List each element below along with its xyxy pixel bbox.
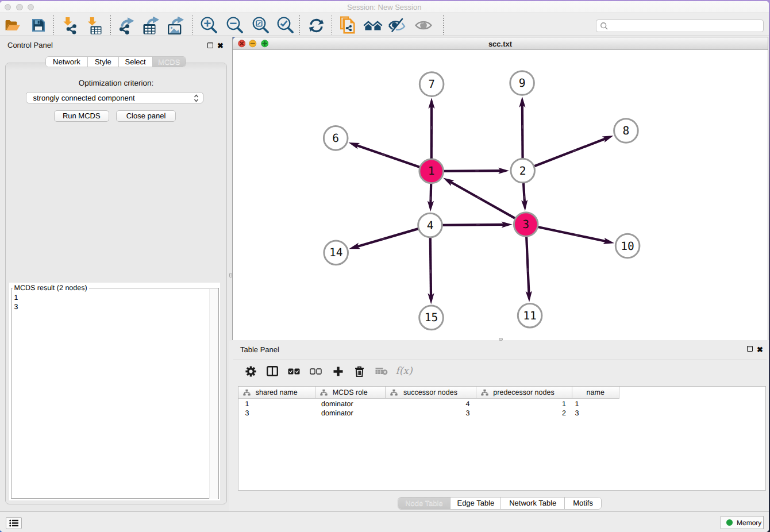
status-bar: Memory xyxy=(0,511,769,532)
node-label-10: 10 xyxy=(621,240,634,253)
column-header-shared-name[interactable]: shared name xyxy=(238,387,316,398)
zoom-fit-icon[interactable] xyxy=(250,14,269,37)
toolbar-separator xyxy=(443,15,444,34)
zoom-out-icon[interactable] xyxy=(224,14,243,37)
export-table-icon[interactable] xyxy=(141,14,160,37)
horizontal-splitter-handle[interactable] xyxy=(499,338,503,341)
function-builder-icon[interactable]: f(x) xyxy=(394,362,414,380)
import-network-icon[interactable] xyxy=(62,14,78,37)
memory-status-icon xyxy=(726,519,733,526)
memory-button[interactable]: Memory xyxy=(721,516,764,529)
run-mcds-button[interactable]: Run MCDS xyxy=(54,110,110,122)
search-box[interactable] xyxy=(596,20,764,32)
split-columns-icon[interactable] xyxy=(265,362,279,380)
optimization-criterion-select[interactable]: strongly connected component xyxy=(26,92,203,103)
export-image-icon[interactable] xyxy=(166,14,184,37)
table-cell: 3 xyxy=(238,408,316,418)
table-cell: 4 xyxy=(386,399,476,409)
close-table-panel-icon[interactable]: ✖ xyxy=(757,346,763,353)
vertical-splitter-handle[interactable] xyxy=(229,273,232,277)
zoom-in-icon[interactable] xyxy=(198,14,217,37)
tab-mcds[interactable]: MCDS xyxy=(152,57,186,67)
edge-2-3[interactable] xyxy=(523,182,525,203)
save-session-icon[interactable] xyxy=(32,14,45,37)
task-history-button[interactable] xyxy=(6,517,22,529)
float-table-panel-icon[interactable] xyxy=(747,346,753,352)
home-icon[interactable] xyxy=(363,14,383,37)
open-session-icon[interactable] xyxy=(5,14,21,37)
tab-edge-table[interactable]: Edge Table xyxy=(450,498,500,509)
table-panel-title: Table Panel xyxy=(240,345,279,354)
delete-column-icon[interactable] xyxy=(352,362,366,380)
node-label-7: 7 xyxy=(428,78,435,91)
network-canvas[interactable]: 1234678910111415 xyxy=(233,50,768,340)
edge-4-3[interactable] xyxy=(441,225,505,225)
hide-graphics-icon[interactable] xyxy=(388,14,406,37)
edge-3-1[interactable] xyxy=(450,182,517,219)
table-cell: 1 xyxy=(476,399,572,409)
table-row[interactable]: 1dominator411 xyxy=(238,399,765,409)
zoom-selected-icon[interactable] xyxy=(275,14,294,37)
column-type-icon xyxy=(320,390,328,396)
edge-3-10[interactable] xyxy=(537,226,607,241)
edge-1-2[interactable] xyxy=(442,171,501,171)
toolbar-separator xyxy=(53,15,54,34)
toolbar-separator xyxy=(332,15,332,34)
delete-table-icon[interactable] xyxy=(375,362,388,380)
mcds-result-item[interactable]: 3 xyxy=(14,302,18,311)
table-cell: 3 xyxy=(572,408,620,418)
network-view-window: scc.txt 1234678910111415 xyxy=(232,37,768,340)
table-cell: 2 xyxy=(476,408,572,418)
tab-network[interactable]: Network xyxy=(46,57,87,67)
node-label-14: 14 xyxy=(329,246,342,259)
mcds-result-list[interactable]: 13 xyxy=(14,293,18,311)
column-header-predecessor-nodes[interactable]: predecessor nodes xyxy=(476,387,572,398)
clone-network-icon[interactable] xyxy=(339,14,356,37)
table-cell: dominator xyxy=(315,399,386,409)
main-toolbar xyxy=(0,13,769,36)
window-content: Session: New Session xyxy=(0,1,769,532)
close-panel-icon[interactable]: ✖ xyxy=(217,43,224,49)
node-label-6: 6 xyxy=(332,132,339,145)
deselect-all-icon[interactable] xyxy=(309,362,322,380)
show-graphics-icon[interactable] xyxy=(415,14,432,37)
import-table-icon[interactable] xyxy=(87,14,103,37)
export-network-icon[interactable] xyxy=(117,14,135,37)
refresh-icon[interactable] xyxy=(309,14,324,37)
edge-4-14[interactable] xyxy=(357,228,420,246)
mcds-result-item[interactable]: 1 xyxy=(14,293,18,302)
table-cell: 1 xyxy=(238,399,316,409)
tab-select[interactable]: Select xyxy=(118,57,152,67)
frame-focus-corner xyxy=(233,37,236,41)
column-header-successor-nodes[interactable]: successor nodes xyxy=(386,387,476,398)
tab-network-table[interactable]: Network Table xyxy=(500,498,564,509)
result-scrollbar[interactable] xyxy=(209,289,218,499)
column-type-icon xyxy=(243,390,251,396)
column-header-name[interactable]: name xyxy=(572,387,620,398)
close-panel-button[interactable]: Close panel xyxy=(116,110,176,122)
table-row[interactable]: 3dominator323 xyxy=(238,408,765,418)
node-label-15: 15 xyxy=(425,311,438,324)
tab-node-table[interactable]: Node Table xyxy=(398,498,451,509)
column-header-MCDS-role[interactable]: MCDS role xyxy=(315,387,386,398)
select-all-icon[interactable] xyxy=(287,362,301,380)
add-column-icon[interactable] xyxy=(331,362,345,380)
edge-2-8[interactable] xyxy=(533,138,606,167)
edge-3-11[interactable] xyxy=(526,235,529,294)
memory-label: Memory xyxy=(737,519,761,527)
node-label-3: 3 xyxy=(522,218,529,231)
edge-1-6[interactable] xyxy=(356,145,421,168)
node-table: shared nameMCDS rolesuccessor nodesprede… xyxy=(238,386,766,491)
network-window-titlebar[interactable]: scc.txt xyxy=(233,37,768,50)
toolbar-separator xyxy=(192,15,193,34)
toolbar-separator xyxy=(110,15,111,34)
edge-4-15[interactable] xyxy=(430,236,431,296)
edge-2-9[interactable] xyxy=(522,105,523,160)
table-settings-icon[interactable] xyxy=(244,362,257,380)
search-input[interactable] xyxy=(610,21,760,31)
float-panel-icon[interactable] xyxy=(207,43,213,48)
tab-style[interactable]: Style xyxy=(87,57,118,67)
tab-motifs[interactable]: Motifs xyxy=(564,498,601,509)
search-icon xyxy=(600,22,609,30)
edge-1-4[interactable] xyxy=(430,182,431,204)
